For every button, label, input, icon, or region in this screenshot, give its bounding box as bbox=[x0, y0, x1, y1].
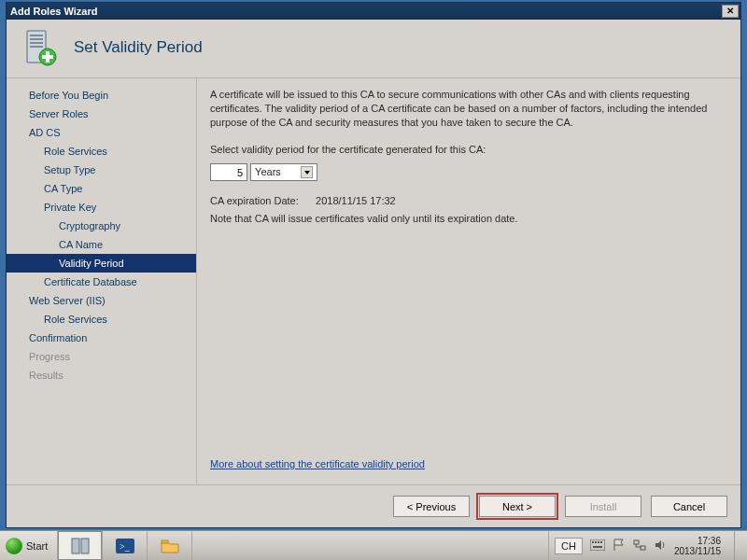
network-icon[interactable] bbox=[633, 539, 646, 553]
wizard-step-item[interactable]: CA Type bbox=[7, 179, 196, 198]
svg-rect-12 bbox=[162, 540, 168, 543]
svg-rect-9 bbox=[81, 539, 89, 553]
wizard-footer: < Previous Next > Install Cancel bbox=[7, 484, 740, 527]
ime-indicator[interactable]: CH bbox=[555, 538, 583, 554]
tray-clock[interactable]: 17:36 2013/11/15 bbox=[674, 536, 723, 556]
svg-rect-1 bbox=[30, 35, 43, 36]
titlebar: Add Roles Wizard ✕ bbox=[7, 3, 740, 20]
close-button[interactable]: ✕ bbox=[722, 5, 739, 18]
wizard-body: Before You BeginServer RolesAD CSRole Se… bbox=[7, 78, 740, 484]
task-explorer[interactable] bbox=[148, 531, 192, 560]
volume-icon[interactable] bbox=[654, 539, 667, 553]
wizard-step-item[interactable]: Validity Period bbox=[7, 254, 196, 273]
expiration-row: CA expiration Date: 2018/11/15 17:32 bbox=[210, 194, 724, 208]
cancel-button[interactable]: Cancel bbox=[651, 496, 727, 517]
wizard-step-item[interactable]: Private Key bbox=[7, 198, 196, 217]
windows-orb-icon bbox=[6, 538, 22, 554]
wizard-steps-sidebar: Before You BeginServer RolesAD CSRole Se… bbox=[7, 78, 197, 484]
start-label: Start bbox=[26, 540, 48, 552]
task-powershell[interactable]: >_ bbox=[103, 531, 148, 560]
wizard-step-item[interactable]: Role Services bbox=[7, 310, 196, 329]
server-add-icon bbox=[20, 27, 61, 68]
svg-rect-13 bbox=[590, 539, 605, 551]
previous-button[interactable]: < Previous bbox=[393, 496, 470, 517]
wizard-step-item[interactable]: Certificate Database bbox=[7, 273, 196, 291]
wizard-step-item[interactable]: Server Roles bbox=[7, 105, 196, 123]
wizard-step-item: Progress bbox=[7, 347, 196, 366]
wizard-step-item[interactable]: Role Services bbox=[7, 142, 196, 161]
wizard-step-item[interactable]: Before You Begin bbox=[7, 86, 196, 105]
system-tray: CH 17:36 2013/11/15 bbox=[548, 531, 747, 560]
svg-text:>_: >_ bbox=[120, 541, 131, 552]
svg-rect-15 bbox=[595, 541, 597, 543]
svg-rect-3 bbox=[30, 42, 43, 44]
svg-rect-18 bbox=[593, 546, 602, 548]
svg-rect-16 bbox=[598, 541, 599, 543]
start-button[interactable]: Start bbox=[0, 531, 58, 560]
window-title: Add Roles Wizard bbox=[10, 6, 722, 17]
wizard-step-item[interactable]: CA Name bbox=[7, 235, 196, 254]
expiration-note: Note that CA will issue certificates val… bbox=[210, 212, 724, 226]
wizard-step-item[interactable]: Cryptography bbox=[7, 217, 196, 235]
svg-rect-14 bbox=[592, 541, 594, 543]
taskbar: Start >_ CH 17:36 2013/11/15 bbox=[0, 530, 747, 560]
install-button[interactable]: Install bbox=[565, 496, 641, 517]
svg-rect-2 bbox=[30, 38, 43, 40]
next-button[interactable]: Next > bbox=[479, 496, 556, 517]
tray-date: 2013/11/15 bbox=[674, 546, 721, 556]
svg-rect-4 bbox=[30, 46, 43, 48]
validity-duration-input[interactable] bbox=[210, 163, 247, 181]
keyboard-icon[interactable] bbox=[590, 539, 605, 553]
expiration-label: CA expiration Date: bbox=[210, 194, 313, 208]
help-link[interactable]: More about setting the certificate valid… bbox=[210, 457, 724, 471]
expiration-value: 2018/11/15 17:32 bbox=[316, 195, 396, 206]
wizard-header: Set Validity Period bbox=[7, 20, 740, 78]
validity-unit-value: Years bbox=[255, 165, 281, 179]
wizard-step-item[interactable]: Confirmation bbox=[7, 329, 196, 347]
flag-icon[interactable] bbox=[613, 539, 626, 553]
wizard-step-item: Results bbox=[7, 366, 196, 385]
wizard-window: Add Roles Wizard ✕ Set Validity Period B… bbox=[6, 2, 741, 528]
chevron-down-icon bbox=[301, 166, 313, 178]
tray-time: 17:36 bbox=[674, 536, 721, 546]
svg-rect-8 bbox=[72, 539, 79, 553]
task-server-manager[interactable] bbox=[58, 531, 103, 560]
wizard-step-item[interactable]: AD CS bbox=[7, 123, 196, 142]
svg-rect-7 bbox=[42, 55, 53, 59]
validity-input-row: Years bbox=[210, 163, 724, 181]
description-text: A certificate will be issued to this CA … bbox=[210, 88, 724, 130]
wizard-step-item[interactable]: Web Server (IIS) bbox=[7, 291, 196, 310]
wizard-content: A certificate will be issued to this CA … bbox=[197, 78, 740, 484]
page-title: Set Validity Period bbox=[74, 38, 203, 57]
svg-rect-17 bbox=[600, 541, 602, 543]
select-validity-label: Select validity period for the certifica… bbox=[210, 143, 724, 157]
wizard-step-item[interactable]: Setup Type bbox=[7, 161, 196, 179]
show-desktop-button[interactable] bbox=[734, 531, 741, 560]
validity-unit-select[interactable]: Years bbox=[250, 163, 317, 181]
svg-rect-19 bbox=[634, 540, 639, 544]
